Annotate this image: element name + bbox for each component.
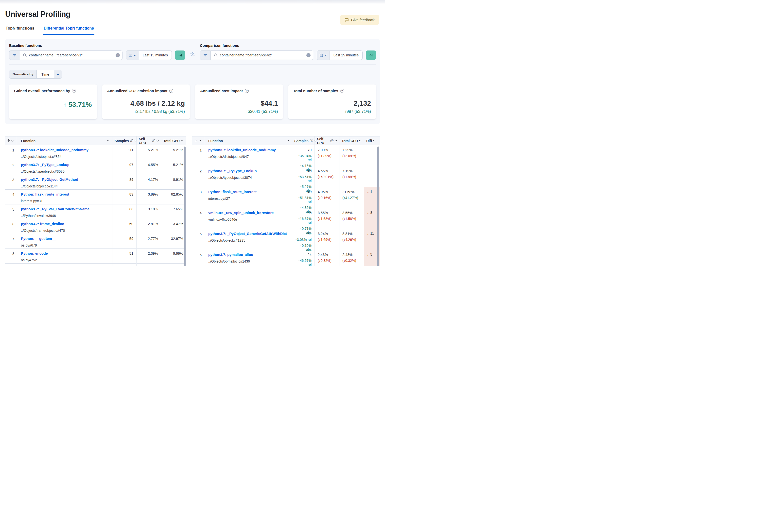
chevron-down-icon [107, 140, 109, 142]
function-link[interactable]: python3.7: _PyEval_EvalCodeWithName [21, 207, 108, 211]
baseline-refresh-button[interactable] [175, 50, 185, 60]
comparison-search-input[interactable]: container.name :"cart-service-v2" ✕ [210, 50, 313, 60]
function-link[interactable]: python3.7: _PyType_Lookup [21, 163, 108, 167]
help-icon[interactable]: ? [340, 89, 344, 93]
help-icon[interactable]: ? [169, 89, 173, 93]
help-icon: ? [330, 139, 333, 142]
total-samples-value: 2,132 [293, 100, 371, 107]
total-cpu-column-header[interactable]: Total CPU [161, 136, 186, 145]
vertical-scrollbar[interactable] [184, 147, 186, 266]
samples-cell: 66 [112, 204, 136, 220]
total-cpu-delta: (↓2.09%) [342, 154, 361, 158]
total-cpu-value: 3.55% [342, 211, 361, 215]
rank-sort-header[interactable] [192, 136, 204, 145]
samples-relative-change: ↑3.03% rel [295, 238, 311, 242]
give-feedback-button[interactable]: Give feedback [340, 15, 379, 25]
help-icon[interactable]: ? [245, 89, 249, 93]
function-cell: python3.7: _PyEval_EvalCodeWithName ../P… [17, 204, 112, 220]
function-link[interactable]: Python: flask_route_interest [21, 192, 108, 196]
baseline-table-header: Function Samples ? Self CPU ? [5, 136, 186, 145]
card-title: Annualized CO2 emission impact [107, 89, 168, 93]
self-cpu-cell: 3.10% [136, 204, 161, 220]
total-cpu-delta: (↑41.27%) [342, 196, 361, 200]
function-column-header[interactable]: Function [204, 136, 292, 145]
comparison-clear-icon[interactable]: ✕ [306, 53, 310, 57]
comparison-filter-button[interactable] [200, 50, 210, 60]
card-title: Total number of samples [293, 89, 338, 93]
function-column-header[interactable]: Function [17, 136, 112, 145]
self-cpu-value: 4.56% [318, 169, 336, 173]
comparison-time-range[interactable]: Last 15 minutes [330, 50, 362, 60]
self-cpu-cell: 2.39% [136, 249, 161, 265]
table-row: 4 vmlinux: _raw_spin_unlock_irqrestore v… [192, 208, 380, 229]
comparison-calendar-button[interactable] [317, 50, 330, 60]
self-cpu-cell: 2.81% [136, 219, 161, 235]
function-cell: Python: encode os.py#752 [17, 249, 112, 265]
baseline-filter-button[interactable] [9, 50, 20, 60]
card-title: Annualized cost impact [200, 89, 243, 93]
function-cell: Python: flask_route_interest interest.py… [17, 190, 112, 206]
total-cpu-cell: 7.65% [161, 204, 186, 220]
function-link[interactable]: Python: flask_route_interest [208, 190, 288, 194]
total-cpu-cell: 5.21% [161, 145, 186, 161]
normalize-by-value[interactable]: Time [37, 70, 54, 78]
function-link[interactable]: python3.7: frame_dealloc [21, 222, 108, 226]
table-row: 3 python3.7: _PyObject_GetMethod ../Obje… [5, 175, 186, 190]
rank-diff-value: 1 [370, 190, 372, 194]
samples-value: 45 [307, 169, 311, 173]
baseline-clear-icon[interactable]: ✕ [116, 53, 120, 57]
baseline-search-input[interactable]: container.name : "cart-service-v1" ✕ [20, 50, 122, 60]
function-cell: python3.7: _PyDict_LoadGlobal [17, 264, 112, 266]
self-cpu-delta: (↓<0.01%) [318, 175, 336, 179]
comparison-query-text: container.name :"cart-service-v2" [220, 53, 304, 57]
sort-ascending-icon [194, 139, 197, 142]
diff-column-header[interactable]: Diff [364, 136, 380, 145]
function-link[interactable]: Python: encode [21, 251, 108, 255]
sync-time-ranges-button[interactable] [185, 52, 200, 57]
total-cpu-column-header[interactable]: Total CPU [339, 136, 364, 145]
self-cpu-column-header[interactable]: Self CPU ? [136, 136, 161, 145]
function-link[interactable]: python3.7: _PyObject_GetMethod [21, 178, 108, 182]
function-link[interactable]: python3.7: lookdict_unicode_nodummy [208, 148, 288, 152]
function-cell: python3.7: frame_dealloc ../Objects/fram… [17, 219, 112, 235]
table-row: 9 python3.7: _PyDict_LoadGlobal 50 2.35%… [5, 264, 186, 266]
calendar-icon [129, 53, 132, 57]
tab-bar: TopN functions Differential TopN functio… [0, 24, 385, 35]
self-cpu-delta: (↓0.32%) [318, 259, 336, 263]
rank-cell: 9 [5, 264, 17, 266]
total-cpu-delta: (↓4.26%) [342, 238, 361, 242]
samples-column-header[interactable]: Samples ? [292, 136, 314, 145]
samples-cell: 89 [112, 175, 136, 191]
function-link[interactable]: python3.7: pymalloc_alloc [208, 253, 288, 257]
rank-sort-header[interactable] [5, 136, 17, 145]
table-row: 7 Python: __getitem__ os.py#679 59 2.77%… [5, 234, 186, 249]
up-arrow-icon: ↑ [64, 101, 67, 108]
function-source-path: vmlinux+0xb6546e [208, 217, 288, 221]
tab-differential-topn-functions[interactable]: Differential TopN functions [43, 24, 94, 35]
function-link[interactable]: Python: __getitem__ [21, 237, 108, 241]
rank-cell: 8 [5, 249, 17, 265]
total-cpu-cell: 9.99% [161, 249, 186, 265]
function-link[interactable]: python3.7: _PyObject_GenericGetAttrWithD… [208, 232, 288, 236]
tab-topn-functions[interactable]: TopN functions [5, 24, 35, 35]
co2-impact-value: 4.68 lbs / 2.12 kg [107, 100, 185, 107]
function-link[interactable]: python3.7: _PyType_Lookup [208, 169, 288, 173]
samples-column-header[interactable]: Samples ? [112, 136, 136, 145]
vertical-scrollbar[interactable] [377, 147, 379, 266]
normalize-by-dropdown-button[interactable] [54, 70, 62, 78]
function-cell: python3.7: _PyType_Lookup ../Objects/typ… [17, 160, 112, 176]
table-row: 2 python3.7: _PyType_Lookup ../Objects/t… [5, 160, 186, 175]
function-link[interactable]: python3.7: lookdict_unicode_nodummy [21, 148, 108, 152]
chevron-down-icon [373, 140, 375, 142]
comparison-refresh-button[interactable] [366, 50, 376, 60]
self-cpu-delta: (↓1.89%) [318, 154, 336, 158]
table-row: 6 python3.7: frame_dealloc ../Objects/fr… [5, 219, 186, 234]
baseline-time-range[interactable]: Last 15 minutes [139, 50, 172, 60]
run-query-icon [178, 53, 182, 57]
samples-cell: 50 [112, 264, 136, 266]
help-icon[interactable]: ? [72, 89, 76, 93]
function-link[interactable]: vmlinux: _raw_spin_unlock_irqrestore [208, 211, 288, 215]
baseline-calendar-button[interactable] [126, 50, 139, 60]
self-cpu-cell: 2.77% [136, 234, 161, 250]
self-cpu-column-header[interactable]: Self CPU ? [314, 136, 339, 145]
